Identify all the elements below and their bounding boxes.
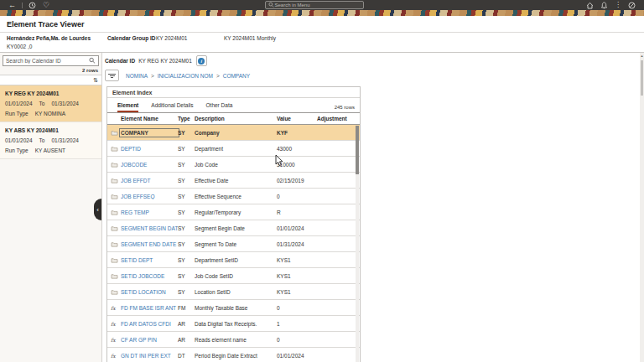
page-title: Element Trace Viewer <box>0 16 644 33</box>
element-name-link[interactable]: JOB EFFSEQ <box>121 194 178 199</box>
breadcrumb-separator-icon: > <box>216 73 220 79</box>
col-type: Type <box>178 116 195 122</box>
tab[interactable]: Other Data <box>206 102 233 112</box>
back-icon[interactable]: ← <box>8 2 16 9</box>
info-icon: i <box>198 58 205 65</box>
element-type: AR <box>178 321 195 327</box>
calendar-list: KY REG KY 2024M01 01/01/2024To01/31/2024… <box>0 85 101 159</box>
element-value: 43000 <box>277 146 317 152</box>
table-row: fx JOB EFFSEQ SY Effective Sequence 0 <box>107 189 360 204</box>
element-name-link[interactable]: SETID DEPT <box>121 257 178 263</box>
element-type: SY <box>178 209 195 215</box>
element-description: Regular/Temporary <box>195 209 277 215</box>
element-name-link[interactable]: SETID LOCATION <box>121 289 178 295</box>
folder-icon <box>111 130 118 136</box>
element-name-link[interactable]: JOBCODE <box>121 162 178 168</box>
filter-button[interactable] <box>105 70 119 81</box>
sidebar-search-box[interactable] <box>3 55 99 66</box>
element-name-link[interactable]: JOB EFFDT <box>121 178 178 184</box>
tab-strip: ElementAdditional DetailsOther Data 245 … <box>107 98 360 112</box>
sidebar-search-input[interactable] <box>6 58 89 64</box>
folder-icon <box>111 273 118 279</box>
element-name-link[interactable]: REG TEMP <box>121 209 178 215</box>
info-button[interactable]: i <box>196 55 207 66</box>
breadcrumb-link[interactable]: COMPANY <box>223 73 250 79</box>
global-search-input[interactable] <box>274 3 361 8</box>
table-row: fx FD FM BASE ISR ANT FM Monthly Taxable… <box>107 300 360 316</box>
element-name-link[interactable]: DEPTID <box>121 146 178 152</box>
sidebar-row-count: 2 rows <box>0 67 101 75</box>
home-icon[interactable] <box>586 2 594 9</box>
element-value: 310000 <box>277 162 317 168</box>
decorative-banner <box>0 10 644 16</box>
calendar-group-description: KY 2024M01 Monthly <box>224 35 276 41</box>
breadcrumb-link[interactable]: INICIALIZACION NOM <box>158 73 213 79</box>
element-name-link[interactable]: FD AR DATOS CFDI <box>121 321 178 327</box>
table-scrollbar[interactable] <box>356 126 359 362</box>
employee-id: KY0002 ,0 <box>7 44 32 49</box>
recent-history-icon[interactable] <box>29 2 36 9</box>
calendar-list-item[interactable]: KY REG KY 2024M01 01/01/2024To01/31/2024… <box>0 85 101 122</box>
table-row: fx FD AR DATOS CFDI AR Data Digital Tax … <box>107 316 360 332</box>
element-name-link[interactable]: SETID JOBCODE <box>121 273 178 279</box>
formula-fx-icon: fx <box>111 353 116 359</box>
table-row: fx SEGMENT END DATE SY Segment To Date 0… <box>107 236 360 252</box>
folder-icon <box>111 194 118 199</box>
favorites-heart-icon[interactable]: ♡ <box>43 1 49 9</box>
scroll-up-icon[interactable]: ▲ <box>640 54 644 58</box>
element-index-panel: Element Index ElementAdditional DetailsO… <box>106 86 361 362</box>
table-body: fx COMPANY SY Company KYF fx <box>107 125 360 362</box>
page-scrollbar-thumb[interactable] <box>641 60 643 96</box>
calendar-item-runtype: Run TypeKY NOMINA <box>5 109 96 119</box>
table-scrollbar-thumb[interactable] <box>356 126 359 174</box>
element-name-link[interactable]: COMPANY <box>121 130 178 136</box>
element-description: Location SetID <box>195 289 277 295</box>
element-type: SY <box>178 273 195 279</box>
folder-icon <box>111 209 118 215</box>
element-name-link[interactable]: FD FM BASE ISR ANT <box>121 305 178 311</box>
trace-main: Calendar ID KY REG KY 2024M01 i >NOMINA>… <box>102 53 644 362</box>
tab[interactable]: Additional Details <box>151 102 193 112</box>
element-type: SY <box>178 178 195 184</box>
table-row: fx REG TEMP SY Regular/Temporary R <box>107 204 360 220</box>
tab[interactable]: Element <box>117 102 138 112</box>
calendar-list-item[interactable]: KY ABS KY 2024M01 01/01/2024To01/31/2024… <box>0 122 101 159</box>
element-type: SY <box>178 194 195 199</box>
element-name-link[interactable]: GN DT INI PER EXT <box>121 353 178 359</box>
folder-icon <box>111 257 118 263</box>
sidebar-sort-bar[interactable]: ⇅ <box>0 75 101 85</box>
calendar-item-title: KY REG KY 2024M01 <box>5 89 96 99</box>
calendar-item-runtype: Run TypeKY AUSENT <box>5 146 96 156</box>
formula-fx-icon: fx <box>111 337 116 343</box>
calendar-group-value: KY 2024M01 <box>156 35 187 41</box>
notifications-bell-icon[interactable] <box>600 2 608 9</box>
calendar-item-dates: 01/01/2024To01/31/2024 <box>5 136 96 146</box>
search-icon <box>89 57 96 65</box>
actions-menu-icon[interactable]: ⋮ <box>615 2 621 8</box>
element-name-link[interactable]: SEGMENT END DATE <box>121 241 178 247</box>
context-header: Hernández Peña,Ma. de Lourdes KY0002 ,0 … <box>0 33 644 53</box>
element-name-link[interactable]: SEGMENT BEGIN DATE <box>121 225 178 231</box>
breadcrumb-link[interactable]: NOMINA <box>126 73 148 79</box>
panel-collapse-handle[interactable]: ‹ <box>94 199 101 220</box>
table-row: fx SETID JOBCODE SY Job Code SetID KYS1 <box>107 268 360 284</box>
table-header-row: Element Name Type Description Value Adju… <box>107 112 360 125</box>
element-description: Reads element name <box>195 337 277 343</box>
element-description: Monthly Taxable Base <box>195 305 277 311</box>
element-name-link[interactable]: CF AR GP PIN <box>121 337 178 343</box>
element-table: Element Name Type Description Value Adju… <box>107 112 360 362</box>
calendar-id-value: KY REG KY 2024M01 <box>138 58 192 64</box>
element-description: Data Digital Tax Receipts. <box>195 321 277 327</box>
sort-icon: ⇅ <box>93 77 98 83</box>
table-row: fx JOBCODE SY Job Code 310000 <box>107 157 360 173</box>
element-type: SY <box>178 289 195 295</box>
col-element-name: Element Name <box>121 116 178 122</box>
element-description: Job Code <box>195 162 277 168</box>
global-search-box[interactable] <box>265 1 364 9</box>
navbar-compass-icon[interactable] <box>628 2 636 9</box>
element-type: DT <box>178 353 195 359</box>
page-scrollbar[interactable]: ▲ <box>640 53 644 362</box>
folder-icon <box>111 162 118 168</box>
calendar-sidebar: 2 rows ⇅ KY REG KY 2024M01 01/01/2024To0… <box>0 53 102 362</box>
element-description: Segment Begin Date <box>195 225 277 231</box>
